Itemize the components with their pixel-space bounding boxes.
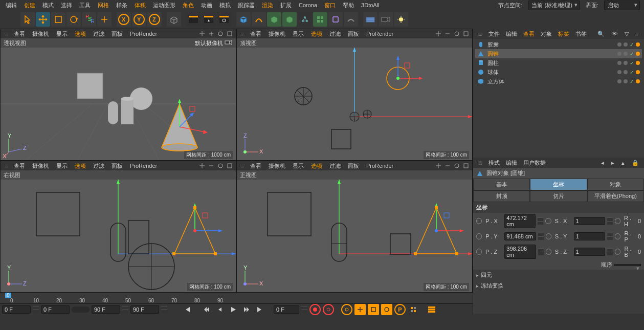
mograph-obj[interactable]: [298, 12, 312, 27]
vp-panel[interactable]: 面板: [108, 30, 126, 38]
obj-tab-obj[interactable]: 对象: [538, 30, 555, 38]
fwd-icon[interactable]: ▸: [608, 160, 617, 166]
menu-window[interactable]: 窗口: [321, 2, 339, 9]
record-key[interactable]: [309, 304, 321, 315]
obj-tab-file[interactable]: 文件: [485, 30, 503, 38]
key-pos[interactable]: [354, 304, 366, 315]
menu-mesh[interactable]: 网格: [94, 2, 113, 9]
viewport-right[interactable]: YZ 网格间距 : 100 cm: [1, 180, 236, 292]
vp-filter[interactable]: 过滤: [326, 30, 344, 38]
anim-start[interactable]: 0 F: [2, 305, 31, 314]
spinner[interactable]: [161, 306, 167, 313]
anim-end[interactable]: 90 F: [130, 305, 159, 314]
pan-icon[interactable]: [198, 30, 206, 38]
zoom-icon[interactable]: [443, 162, 452, 170]
obj-tab-tags[interactable]: 标签: [555, 30, 572, 38]
menu-tools[interactable]: 工具: [76, 2, 94, 9]
filter-icon[interactable]: ▽: [621, 31, 632, 37]
lasttool[interactable]: [97, 12, 112, 27]
vp-display[interactable]: 显示: [290, 162, 307, 170]
rot-order-select[interactable]: [614, 264, 641, 266]
current-frame[interactable]: 0 F: [274, 305, 299, 314]
vp-view[interactable]: 查看: [247, 30, 264, 38]
vp-filter[interactable]: 过滤: [90, 30, 107, 38]
tab-slice[interactable]: 切片: [530, 190, 587, 202]
vp-view[interactable]: 查看: [247, 162, 264, 170]
cloner[interactable]: [313, 12, 327, 27]
spinner[interactable]: [607, 248, 613, 255]
back-icon[interactable]: ◂: [598, 160, 607, 166]
layout-select[interactable]: 启动: [604, 1, 640, 10]
range-slider[interactable]: [72, 306, 90, 313]
timeline-ruler[interactable]: 0 0 10 20 30 40 50 60 70 80 90: [0, 293, 473, 304]
anim-dot[interactable]: [615, 233, 620, 239]
light-obj[interactable]: [394, 12, 408, 27]
tab-basic[interactable]: 基本: [473, 179, 530, 190]
key-rot[interactable]: [381, 304, 392, 315]
render-view[interactable]: [186, 12, 201, 27]
menu-icon[interactable]: ≡: [633, 31, 642, 37]
pan-icon[interactable]: [434, 162, 442, 170]
prev-key[interactable]: [201, 304, 212, 315]
range-lo[interactable]: 0 F: [41, 305, 70, 314]
scale-z-input[interactable]: 1: [574, 248, 605, 256]
scale-x-input[interactable]: 1: [574, 217, 605, 225]
rotate-tool[interactable]: [66, 12, 81, 27]
zoom-icon[interactable]: [207, 30, 215, 38]
maximize-icon[interactable]: [226, 162, 234, 170]
deformer[interactable]: [328, 12, 343, 27]
axis-x[interactable]: X: [117, 12, 131, 27]
spline-primitive[interactable]: [252, 12, 266, 27]
anim-dot[interactable]: [615, 218, 620, 224]
vp-options[interactable]: 选项: [308, 162, 325, 170]
vp-display[interactable]: 显示: [53, 162, 71, 170]
menu-edit[interactable]: 编辑: [2, 2, 20, 9]
zoom-icon[interactable]: [443, 30, 452, 38]
orbit-icon[interactable]: [453, 162, 461, 170]
zoom-icon[interactable]: [207, 162, 215, 170]
vp-options[interactable]: 选项: [72, 162, 89, 170]
spinner[interactable]: [301, 306, 307, 313]
vp-prorender[interactable]: ProRender: [127, 163, 160, 169]
spinner[interactable]: [607, 217, 613, 225]
tab-coord[interactable]: 坐标: [530, 179, 587, 190]
cursor-tool[interactable]: [20, 12, 35, 27]
cube-primitive[interactable]: [236, 12, 251, 27]
axis-z[interactable]: Z: [147, 12, 162, 27]
move-tool[interactable]: [36, 12, 50, 27]
search-icon[interactable]: 🔍: [594, 31, 608, 37]
menu-mograph[interactable]: 运动图形: [149, 2, 179, 9]
prev-frame[interactable]: [214, 304, 226, 315]
spinner[interactable]: [607, 233, 613, 240]
object-cone[interactable]: 圆锥 ✓: [475, 49, 642, 58]
menu-create[interactable]: 创建: [20, 2, 39, 9]
spinner[interactable]: [33, 306, 39, 313]
vp-options[interactable]: 选项: [308, 30, 325, 38]
attr-edit[interactable]: 编辑: [503, 159, 520, 167]
vp-camera[interactable]: 摄像机: [29, 30, 52, 38]
viewport-perspective[interactable]: YZX 网格间距 : 1000 cm: [1, 48, 236, 160]
menu-icon[interactable]: ≡: [3, 30, 10, 37]
spinner[interactable]: [538, 233, 544, 240]
menu-mode[interactable]: 模式: [39, 2, 57, 9]
orbit-icon[interactable]: [453, 30, 461, 38]
menu-character[interactable]: 角色: [179, 2, 197, 9]
psr-tool[interactable]: PSR: [82, 12, 96, 27]
floor[interactable]: [363, 12, 377, 27]
play[interactable]: [228, 304, 239, 315]
maximize-icon[interactable]: [462, 162, 470, 170]
menu-thirdparty[interactable]: 3DtoAll: [358, 2, 383, 8]
up-icon[interactable]: ▴: [618, 160, 628, 166]
environment[interactable]: [344, 12, 358, 27]
tab-cap[interactable]: 封顶: [473, 190, 530, 202]
vp-panel[interactable]: 面板: [345, 162, 362, 170]
vp-prorender[interactable]: ProRender: [363, 31, 396, 37]
vp-view[interactable]: 查看: [11, 162, 28, 170]
goto-end[interactable]: [254, 304, 265, 315]
menu-select[interactable]: 选择: [57, 2, 76, 9]
menu-help[interactable]: 帮助: [339, 2, 358, 9]
obj-tab-edit[interactable]: 编辑: [503, 30, 520, 38]
vp-prorender[interactable]: ProRender: [127, 31, 160, 37]
nodespace-select[interactable]: 当前 (标准/物理): [528, 1, 580, 10]
scale-y-input[interactable]: 1: [574, 232, 605, 240]
